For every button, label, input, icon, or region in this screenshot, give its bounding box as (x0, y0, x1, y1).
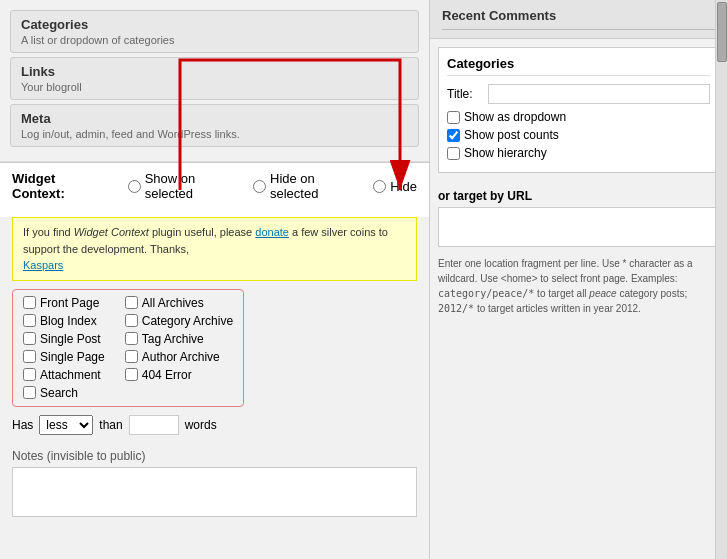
show-as-dropdown-checkbox[interactable] (447, 111, 460, 124)
author-archive-checkbox-item[interactable]: Author Archive (125, 350, 233, 364)
show-hierarchy-row: Show hierarchy (447, 146, 710, 160)
hide-radio[interactable] (373, 180, 386, 193)
recent-comments-heading: Recent Comments (442, 8, 715, 30)
all-archives-checkbox-item[interactable]: All Archives (125, 296, 233, 310)
tag-archive-label: Tag Archive (142, 332, 204, 346)
single-post-checkbox[interactable] (23, 332, 36, 345)
blog-index-checkbox-item[interactable]: Blog Index (23, 314, 105, 328)
links-widget-desc: Your blogroll (21, 81, 408, 93)
categories-widget-panel: Categories Title: Show as dropdown Show … (438, 47, 719, 173)
author-archive-checkbox[interactable] (125, 350, 138, 363)
hide-on-selected-radio[interactable] (253, 180, 266, 193)
links-widget-item[interactable]: Links Your blogroll (10, 57, 419, 100)
meta-widget-title: Meta (21, 111, 408, 126)
categories-widget-item[interactable]: Categories A list or dropdown of categor… (10, 10, 419, 53)
target-by-url-heading: or target by URL (438, 189, 719, 203)
front-page-label: Front Page (40, 296, 99, 310)
notes-section: Notes (invisible to public) (0, 449, 429, 530)
checkbox-col-1: Front Page Blog Index Single Post S (23, 296, 105, 400)
links-widget-title: Links (21, 64, 408, 79)
location-checkboxes: Front Page Blog Index Single Post S (12, 289, 244, 407)
blog-index-label: Blog Index (40, 314, 97, 328)
blog-index-checkbox[interactable] (23, 314, 36, 327)
hide-label: Hide (390, 179, 417, 194)
attachment-checkbox[interactable] (23, 368, 36, 381)
show-post-counts-label: Show post counts (464, 128, 559, 142)
categories-widget-desc: A list or dropdown of categories (21, 34, 408, 46)
meta-widget-desc: Log in/out, admin, feed and WordPress li… (21, 128, 408, 140)
target-by-url-section: or target by URL Enter one location frag… (430, 181, 727, 324)
meta-widget-item[interactable]: Meta Log in/out, admin, feed and WordPre… (10, 104, 419, 147)
search-checkbox-item[interactable]: Search (23, 386, 105, 400)
checkbox-col-2: All Archives Category Archive Tag Archiv… (125, 296, 233, 400)
widget-context-label: Widget Context: (12, 171, 100, 201)
show-as-dropdown-row: Show as dropdown (447, 110, 710, 124)
title-field-input[interactable] (488, 84, 710, 104)
has-label: Has (12, 418, 33, 432)
categories-widget-title: Categories (21, 17, 408, 32)
has-row: Has less more than words (12, 415, 417, 435)
single-post-label: Single Post (40, 332, 101, 346)
scrollbar-thumb[interactable] (717, 2, 727, 62)
notice-bar: If you find Widget Context plugin useful… (12, 217, 417, 281)
words-count-input[interactable] (129, 415, 179, 435)
categories-widget-heading: Categories (447, 56, 710, 76)
less-more-select[interactable]: less more (39, 415, 93, 435)
words-label: words (185, 418, 217, 432)
show-on-selected-option[interactable]: Show on selected (128, 171, 233, 201)
url-help-text: Enter one location fragment per line. Us… (438, 256, 719, 316)
kaspars-link[interactable]: Kaspars (23, 259, 63, 271)
error-404-checkbox-item[interactable]: 404 Error (125, 368, 233, 382)
attachment-checkbox-item[interactable]: Attachment (23, 368, 105, 382)
single-page-checkbox[interactable] (23, 350, 36, 363)
category-archive-checkbox[interactable] (125, 314, 138, 327)
all-archives-label: All Archives (142, 296, 204, 310)
hide-option[interactable]: Hide (373, 179, 417, 194)
search-label: Search (40, 386, 78, 400)
author-archive-label: Author Archive (142, 350, 220, 364)
tag-archive-checkbox[interactable] (125, 332, 138, 345)
show-as-dropdown-label: Show as dropdown (464, 110, 566, 124)
url-textarea[interactable] (438, 207, 719, 247)
hide-on-selected-option[interactable]: Hide on selected (253, 171, 353, 201)
error-404-checkbox[interactable] (125, 368, 138, 381)
notes-label: Notes (invisible to public) (12, 449, 417, 463)
show-on-selected-label: Show on selected (145, 171, 233, 201)
single-page-label: Single Page (40, 350, 105, 364)
error-404-label: 404 Error (142, 368, 192, 382)
show-hierarchy-checkbox[interactable] (447, 147, 460, 160)
hide-on-selected-label: Hide on selected (270, 171, 353, 201)
category-archive-label: Category Archive (142, 314, 233, 328)
donate-link[interactable]: donate (255, 226, 289, 238)
tag-archive-checkbox-item[interactable]: Tag Archive (125, 332, 233, 346)
single-page-checkbox-item[interactable]: Single Page (23, 350, 105, 364)
category-archive-checkbox-item[interactable]: Category Archive (125, 314, 233, 328)
single-post-checkbox-item[interactable]: Single Post (23, 332, 105, 346)
right-scrollbar[interactable] (715, 0, 727, 559)
attachment-label: Attachment (40, 368, 101, 382)
front-page-checkbox[interactable] (23, 296, 36, 309)
title-form-row: Title: (447, 84, 710, 104)
search-checkbox[interactable] (23, 386, 36, 399)
show-post-counts-row: Show post counts (447, 128, 710, 142)
front-page-checkbox-item[interactable]: Front Page (23, 296, 105, 310)
notes-textarea[interactable] (12, 467, 417, 517)
show-on-selected-radio[interactable] (128, 180, 141, 193)
show-post-counts-checkbox[interactable] (447, 129, 460, 142)
title-field-label: Title: (447, 87, 482, 101)
than-label: than (99, 418, 122, 432)
show-hierarchy-label: Show hierarchy (464, 146, 547, 160)
all-archives-checkbox[interactable] (125, 296, 138, 309)
